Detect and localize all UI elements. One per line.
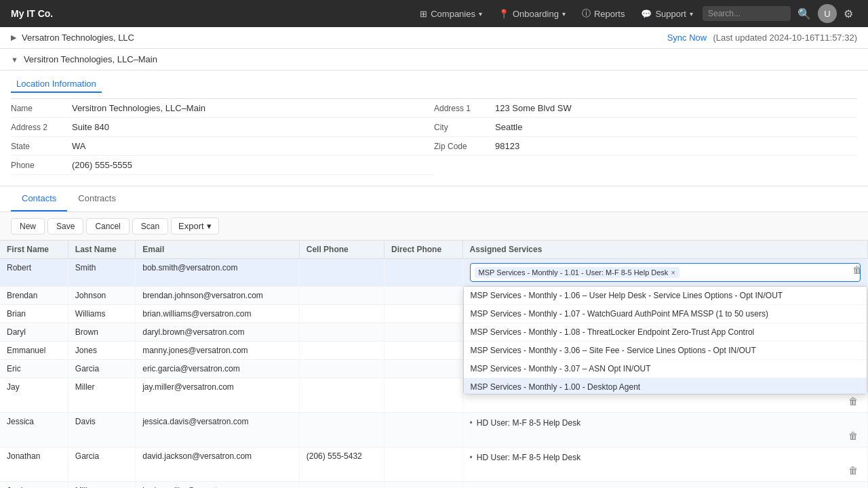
scan-button[interactable]: Scan	[132, 218, 168, 235]
contacts-contracts-tabs: Contacts Contracts	[0, 186, 868, 212]
sync-now-link[interactable]: Sync Now	[667, 33, 707, 43]
nav-companies[interactable]: ⊞ Companies ▾	[413, 6, 489, 22]
save-button[interactable]: Save	[47, 218, 83, 235]
location-icon: 📍	[498, 9, 509, 19]
dropdown-item[interactable]: MSP Services - Monthly - 3.06 – Site Fee…	[464, 342, 867, 360]
nav-onboarding[interactable]: 📍 Onboarding ▾	[492, 6, 572, 22]
cell-4	[384, 482, 463, 489]
col-last-name: Last Name	[68, 241, 135, 259]
nav-support[interactable]: 💬 Support ▾	[634, 6, 700, 22]
dropdown-item[interactable]: MSP Services - Monthly - 1.06 – User Hel…	[464, 287, 867, 305]
col-assigned-services: Assigned Services	[462, 241, 867, 259]
location-section: Location Information Name Versitron Tech…	[0, 70, 868, 186]
cell-0: Jordan	[0, 482, 68, 489]
cell-3	[299, 378, 384, 413]
service-tag-input[interactable]: MSP Services - Monthly - 1.01 - User: M-…	[470, 263, 861, 282]
location-form: Name Versitron Technologies, LLC–Main Ad…	[11, 99, 857, 175]
expand-parent-icon[interactable]: ▶	[11, 33, 16, 42]
address2-row: Address 2 Suite 840	[11, 118, 434, 137]
table-row[interactable]: JessicaDavisjessica.davis@versatron.comH…	[0, 413, 868, 447]
dropdown-item[interactable]: MSP Services - Monthly - 1.08 - ThreatLo…	[464, 323, 867, 342]
contacts-toolbar: New Save Cancel Scan Export ▾	[0, 212, 868, 241]
cell-2: jay.miller@versatron.com	[136, 378, 300, 413]
cell-4	[384, 413, 463, 447]
table-header: First Name Last Name Email Cell Phone Di…	[0, 241, 868, 259]
table-row[interactable]: RobertSmithbob.smith@versatron.comMSP Se…	[0, 259, 868, 287]
dropdown-item[interactable]: MSP Services - Monthly - 1.07 - WatchGua…	[464, 305, 867, 323]
table-row[interactable]: JonathanGarciadavid.jackson@versatron.co…	[0, 447, 868, 482]
parent-company-name: Versatron Technologies, LLC	[22, 33, 134, 43]
zip-value: 98123	[495, 141, 519, 151]
cell-1: Garcia	[68, 447, 135, 482]
avatar[interactable]: U	[818, 4, 837, 23]
export-caret-icon: ▾	[207, 221, 212, 231]
phone-value: (206) 555-5555	[72, 160, 132, 170]
companies-caret: ▾	[479, 10, 482, 18]
address1-value: 123 Some Blvd SW	[495, 103, 572, 113]
breadcrumb-current-row: ▼ Versitron Technologies, LLC–Main	[0, 49, 868, 70]
cell-3	[299, 360, 384, 378]
app-brand: My IT Co.	[11, 8, 53, 19]
settings-icon[interactable]: ⚙	[840, 5, 857, 23]
contacts-table-body: RobertSmithbob.smith@versatron.comMSP Se…	[0, 259, 868, 489]
nav-reports[interactable]: ⓘ Reports	[575, 5, 632, 22]
phone-label: Phone	[11, 161, 72, 170]
cell-3	[299, 413, 384, 447]
cell-0: Brian	[0, 305, 68, 323]
table-row[interactable]: JordanMillerjordan.miller@versatron.comH…	[0, 482, 868, 489]
cell-2: bob.smith@versatron.com	[136, 259, 300, 287]
delete-service-button[interactable]: 🗑	[850, 263, 865, 277]
cell-3	[299, 305, 384, 323]
location-information-tab[interactable]: Location Information	[11, 76, 102, 93]
address1-label: Address 1	[434, 104, 495, 113]
cell-3	[299, 323, 384, 342]
contacts-table-wrapper: First Name Last Name Email Cell Phone Di…	[0, 241, 868, 488]
cell-0: Jay	[0, 378, 68, 413]
dropdown-item[interactable]: MSP Services - Monthly - 1.00 - Desktop …	[464, 378, 867, 394]
cell-1: Miller	[68, 378, 135, 413]
companies-icon: ⊞	[420, 9, 427, 19]
address2-label: Address 2	[11, 123, 72, 132]
delete-row-button[interactable]: 🗑	[846, 394, 861, 408]
assigned-services-cell[interactable]: HD User: M-F 8-5 Help Desk🗑	[462, 482, 867, 489]
tab-contracts[interactable]: Contracts	[67, 186, 127, 211]
cell-3	[299, 342, 384, 360]
tab-contacts[interactable]: Contacts	[11, 186, 67, 211]
service-bullet-item: HD User: M-F 8-5 Help Desk	[470, 417, 861, 429]
remove-service-icon[interactable]: ×	[671, 268, 675, 277]
city-row: City Seattle	[434, 118, 857, 137]
collapse-current-icon[interactable]: ▼	[11, 56, 18, 64]
delete-row-button[interactable]: 🗑	[846, 464, 861, 477]
delete-row-button[interactable]: 🗑	[846, 429, 861, 443]
cell-4	[384, 305, 463, 323]
location-tab-row: Location Information	[11, 70, 857, 99]
cell-2: manny.jones@versatron.com	[136, 342, 300, 360]
cell-2: brian.williams@versatron.com	[136, 305, 300, 323]
col-direct-phone: Direct Phone	[384, 241, 463, 259]
assigned-services-cell[interactable]: MSP Services - Monthly - 1.01 - User: M-…	[462, 259, 867, 287]
cell-3	[299, 482, 384, 489]
contacts-table: First Name Last Name Email Cell Phone Di…	[0, 241, 868, 488]
new-button[interactable]: New	[11, 218, 45, 235]
service-bullet-item: HD User: M-F 8-5 Help Desk	[470, 451, 861, 464]
cell-2: jessica.davis@versatron.com	[136, 413, 300, 447]
assigned-services-cell[interactable]: HD User: M-F 8-5 Help Desk🗑	[462, 447, 867, 482]
cell-1: Jones	[68, 342, 135, 360]
name-row: Name Versitron Technologies, LLC–Main	[11, 99, 434, 118]
contacts-section: New Save Cancel Scan Export ▾ First Name…	[0, 212, 868, 488]
cell-4	[384, 323, 463, 342]
export-dropdown[interactable]: Export ▾	[171, 218, 219, 235]
cell-0: Eric	[0, 360, 68, 378]
cell-4	[384, 287, 463, 305]
nav-items: ⊞ Companies ▾ 📍 Onboarding ▾ ⓘ Reports 💬…	[413, 4, 857, 23]
cell-3: (206) 555-5432	[299, 447, 384, 482]
search-button[interactable]: 🔍	[793, 5, 815, 23]
dropdown-item[interactable]: MSP Services - Monthly - 3.07 – ASN Opt …	[464, 360, 867, 378]
zip-label: Zip Code	[434, 142, 495, 151]
assigned-services-cell[interactable]: HD User: M-F 8-5 Help Desk🗑	[462, 413, 867, 447]
cancel-button[interactable]: Cancel	[86, 218, 129, 235]
reports-icon: ⓘ	[582, 7, 591, 20]
service-search-input[interactable]	[682, 268, 856, 277]
search-input[interactable]	[703, 6, 791, 21]
col-email: Email	[136, 241, 300, 259]
